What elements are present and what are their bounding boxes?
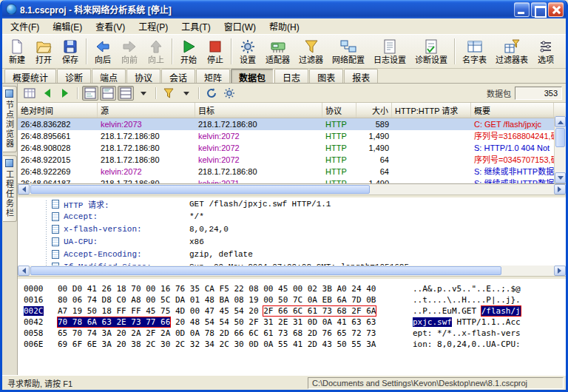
- maximize-button[interactable]: [531, 2, 547, 17]
- packet-list-vertical-scrollbar[interactable]: [554, 116, 566, 183]
- filter-button[interactable]: 过滤器: [294, 36, 328, 67]
- vertical-scrollbar-track[interactable]: [555, 148, 566, 172]
- hex-row[interactable]: 004270 78 6A 63 2E 73 77 66 20 48 54 54 …: [18, 317, 566, 328]
- scroll-right-button[interactable]: [554, 266, 566, 276]
- save-button[interactable]: 保存: [57, 36, 84, 67]
- forward-button[interactable]: 向前: [116, 36, 143, 67]
- settings-button[interactable]: 设置: [234, 36, 261, 67]
- close-button[interactable]: [548, 2, 564, 17]
- packet-row[interactable]: 26:48.908028218.1.72.186:80kelvin:2072HT…: [18, 142, 566, 154]
- detail-row[interactable]: Accept:*/*: [18, 210, 566, 223]
- scroll-left-button[interactable]: [18, 266, 30, 276]
- adapter-button[interactable]: 适配器: [261, 36, 294, 67]
- detail-row[interactable]: x-flash-version:8,0,24,0: [18, 223, 566, 235]
- packet-row[interactable]: 26:48.836282kelvin:2073218.1.72.186:80HT…: [18, 118, 566, 130]
- menu-tools[interactable]: 工具(T): [175, 18, 217, 34]
- packet-row[interactable]: 26:48.895661218.1.72.186:80kelvin:2072HT…: [18, 130, 566, 142]
- column-header-time[interactable]: 绝对时间: [18, 103, 98, 118]
- filter-options-button[interactable]: [178, 86, 195, 101]
- vertical-scrollbar-thumb[interactable]: [555, 128, 565, 147]
- tab-logs[interactable]: 日志: [274, 69, 308, 83]
- tab-packets[interactable]: 数据包: [231, 69, 274, 83]
- column-header-src[interactable]: 源: [98, 103, 195, 118]
- cell-summary: C: GET /flash/jpxjc: [471, 118, 566, 130]
- options-button[interactable]: 选项: [532, 36, 559, 67]
- nametable-button[interactable]: 名字表: [458, 36, 491, 67]
- horizontal-scrollbar-track[interactable]: [502, 266, 554, 276]
- view-list-pane-button[interactable]: [82, 86, 98, 101]
- detail-tree: HTTP 请求:GET /flash/jpxjc.swf HTTP/1.1Acc…: [18, 197, 566, 266]
- open-icon: [36, 38, 52, 55]
- hex-row[interactable]: 006E69 6F 6E 3A 20 38 2C 30 2C 32 34 2C …: [18, 339, 566, 350]
- packet-row[interactable]: 26:48.922015218.1.72.186:80kelvin:2072HT…: [18, 154, 566, 166]
- tab-protocols[interactable]: 协议: [126, 69, 160, 83]
- filter-button[interactable]: [160, 86, 177, 101]
- tab-charts[interactable]: 图表: [309, 69, 343, 83]
- detail-row[interactable]: Accept-Encoding:gzip, deflate: [18, 248, 566, 260]
- hex-row[interactable]: 005865 70 74 3A 20 2A 2F 2A 0D 0A 78 2D …: [18, 328, 566, 339]
- column-header-protocol[interactable]: 协议: [322, 103, 356, 118]
- filtertable-button[interactable]: 过滤器表: [491, 36, 532, 67]
- view-hex-pane-button[interactable]: [118, 86, 134, 101]
- app-window: 8.1.cscproj - 科来网络分析系统 [停止] 文件(F)编辑(E)查看…: [0, 0, 568, 392]
- minimize-button[interactable]: [514, 2, 530, 17]
- column-header-dst[interactable]: 目标: [195, 103, 322, 118]
- logconfig-button[interactable]: 日志设置: [369, 36, 410, 67]
- column-header-http[interactable]: HTTP:HTTP 请求: [392, 103, 471, 118]
- stop-button[interactable]: 停止: [202, 36, 229, 67]
- hex-offset: 0058: [18, 328, 53, 339]
- hex-bytes: 65 70 74 3A 20 2A 2F 2A 0D 0A 78 2D 66 6…: [53, 328, 407, 339]
- hex-row[interactable]: 000000 D0 41 26 18 70 00 16 76 35 CA F5 …: [18, 283, 566, 294]
- packet-row[interactable]: 26:48.964187218.1.72.186:80kelvin:2071HT…: [18, 178, 566, 183]
- menu-edit[interactable]: 编辑(E): [46, 18, 89, 34]
- start-button[interactable]: 开始: [175, 36, 202, 67]
- next-packet-button[interactable]: [57, 86, 73, 101]
- detail-row[interactable]: HTTP 请求:GET /flash/jpxjc.swf HTTP/1.1: [18, 197, 566, 210]
- column-header-summary[interactable]: 概要: [471, 103, 554, 118]
- menu-help[interactable]: 帮助(H): [263, 18, 306, 34]
- horizontal-scrollbar-track[interactable]: [371, 184, 554, 195]
- hex-ascii: ..A&.p..v5.."..E..;.$@: [407, 283, 566, 294]
- scroll-left-button[interactable]: [18, 184, 30, 195]
- diagconfig-button[interactable]: 诊断设置: [410, 36, 452, 67]
- sidebar-tab-node-explorer[interactable]: 节点浏览器: [3, 86, 17, 152]
- previous-packet-button[interactable]: [39, 86, 55, 101]
- column-header-size[interactable]: 大小: [356, 103, 392, 118]
- packet-row[interactable]: 26:48.922269kelvin:2072218.1.72.186:80HT…: [18, 166, 566, 178]
- tab-conversations[interactable]: 会话: [161, 69, 195, 83]
- detail-row[interactable]: UA-CPU:x86: [18, 235, 566, 248]
- tab-reports[interactable]: 报表: [344, 69, 378, 83]
- tab-endpoints[interactable]: 端点: [92, 69, 126, 83]
- new-button[interactable]: 新建: [4, 36, 30, 67]
- tab-diagnosis[interactable]: 诊断: [57, 69, 91, 83]
- tab-matrix[interactable]: 矩阵: [196, 69, 230, 83]
- cell-dst: kelvin:2072: [195, 154, 322, 166]
- detail-horizontal-scrollbar[interactable]: [18, 266, 566, 277]
- refresh-button[interactable]: [203, 86, 220, 101]
- view-detail-pane-button[interactable]: [100, 86, 116, 101]
- menu-view[interactable]: 查看(V): [89, 18, 132, 34]
- scroll-down-button[interactable]: [555, 172, 566, 183]
- packet-list-button[interactable]: [21, 86, 38, 101]
- scroll-up-button[interactable]: [555, 116, 566, 127]
- packet-list-horizontal-scrollbar[interactable]: [18, 184, 566, 195]
- menu-window[interactable]: 窗口(W): [217, 18, 263, 34]
- open-button[interactable]: 打开: [30, 36, 57, 67]
- view-options-button[interactable]: [135, 86, 152, 101]
- tab-summary[interactable]: 概要统计: [4, 69, 56, 83]
- hex-row[interactable]: 001680 06 74 D8 C0 A8 00 5C DA 01 48 BA …: [18, 294, 566, 305]
- caret-down-icon: [138, 87, 149, 99]
- menu-project[interactable]: 工程(P): [132, 18, 175, 34]
- horizontal-scrollbar-thumb[interactable]: [30, 266, 501, 275]
- horizontal-scrollbar-thumb[interactable]: [30, 185, 370, 194]
- detail-row[interactable]: If-Modified-Since:Sun, 09 May 2004 07:09…: [18, 260, 566, 266]
- sidebar-tab-project-panel[interactable]: 工程任务栏: [3, 155, 17, 222]
- netconfig-button[interactable]: 网络配置: [328, 36, 369, 67]
- display-settings-button[interactable]: [221, 86, 237, 101]
- back-button[interactable]: 向后: [89, 36, 116, 67]
- hex-row[interactable]: 002CA7 19 50 18 FF FF 45 75 4D 00 47 45 …: [18, 305, 566, 317]
- menu-file[interactable]: 文件(F): [4, 18, 46, 34]
- scroll-right-button[interactable]: [554, 184, 566, 195]
- field-label: Accept:: [64, 212, 185, 221]
- up-button[interactable]: 向上: [143, 36, 169, 67]
